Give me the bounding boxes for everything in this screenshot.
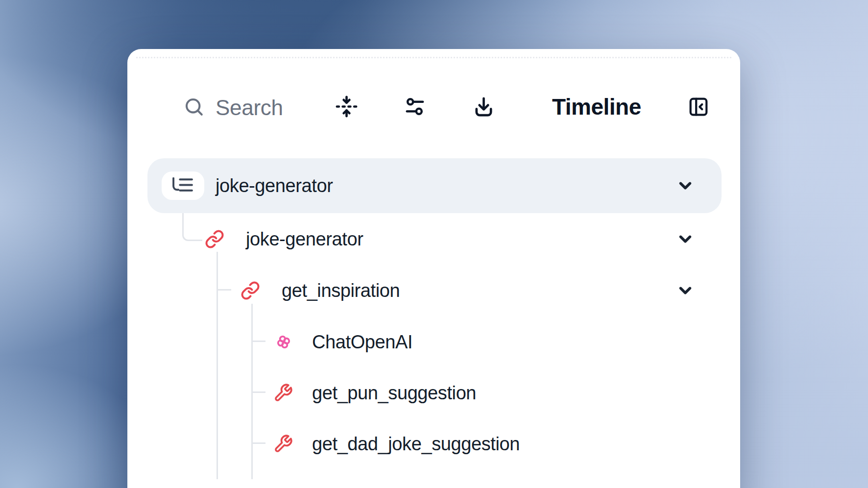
panel-collapse-icon xyxy=(687,96,710,118)
tree-structure-icon xyxy=(172,177,194,195)
chevron-down-icon[interactable] xyxy=(676,176,695,195)
wrench-icon xyxy=(273,383,293,403)
row-label: joke-generator xyxy=(216,175,333,196)
fold-vertical-button[interactable] xyxy=(335,95,358,118)
toolbar: Search xyxy=(127,49,740,122)
trace-panel: Search xyxy=(127,49,740,488)
search-label: Search xyxy=(216,97,283,119)
tree-row-tool[interactable]: get_pun_suggestion xyxy=(127,367,740,418)
timeline-label[interactable]: Timeline xyxy=(552,95,641,119)
link-icon xyxy=(241,281,260,300)
fold-vertical-icon xyxy=(335,95,358,118)
tree-row-llm[interactable]: ChatOpenAI xyxy=(127,316,740,367)
row-label: ChatOpenAI xyxy=(312,331,412,352)
tree-row-tool[interactable]: get_dad_joke_suggestion xyxy=(127,418,740,469)
chevron-down-icon[interactable] xyxy=(676,230,695,248)
wrench-icon xyxy=(273,434,293,454)
filter-sliders-button[interactable] xyxy=(403,95,426,118)
download-icon xyxy=(472,95,495,118)
trace-badge xyxy=(162,171,204,200)
sliders-icon xyxy=(403,95,426,118)
trace-tree: joke-generator joke-generator xyxy=(127,158,740,469)
row-label: get_pun_suggestion xyxy=(312,383,476,404)
collapse-panel-button[interactable] xyxy=(687,96,710,118)
tree-row-chain[interactable]: get_inspiration xyxy=(127,265,740,316)
row-label: get_dad_joke_suggestion xyxy=(312,434,520,455)
link-icon xyxy=(205,229,224,249)
tree-row-root[interactable]: joke-generator xyxy=(127,158,740,213)
search-icon xyxy=(183,96,205,120)
pinwheel-icon xyxy=(273,332,294,352)
row-label: get_inspiration xyxy=(282,280,400,301)
download-button[interactable] xyxy=(472,95,495,118)
chevron-down-icon[interactable] xyxy=(676,281,695,300)
row-label: joke-generator xyxy=(246,228,363,249)
search-button[interactable]: Search xyxy=(183,96,283,120)
tree-row-chain[interactable]: joke-generator xyxy=(127,213,740,265)
